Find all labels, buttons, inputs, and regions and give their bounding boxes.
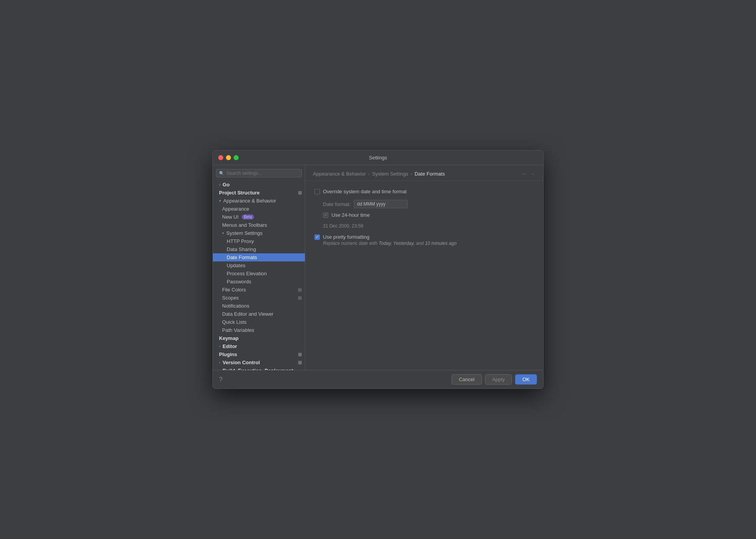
use-24h-row: Use 24-hour time [323, 212, 534, 218]
breadcrumb-sep-2: › [411, 171, 412, 177]
use-24h-checkbox[interactable] [323, 213, 328, 218]
sidebar-item-scopes[interactable]: Scopes ⊞ [213, 294, 305, 302]
gear-icon: ⊞ [298, 295, 302, 301]
sidebar-item-menus-toolbars[interactable]: Menus and Toolbars [213, 221, 305, 229]
main-content: 🔍 › Go Project Structure ⊞ ▾ Appearance … [213, 165, 543, 370]
gear-icon: ⊞ [298, 190, 302, 196]
help-button[interactable]: ? [219, 376, 222, 383]
nav-arrows: ← → [522, 171, 535, 177]
maximize-button[interactable] [234, 155, 239, 160]
sidebar-item-data-editor[interactable]: Data Editor and Viewer [213, 310, 305, 318]
date-format-input[interactable] [354, 200, 408, 208]
pretty-formatting-checkbox[interactable] [314, 234, 320, 240]
beta-badge: Beta [242, 214, 254, 219]
search-input[interactable] [226, 171, 299, 176]
breadcrumb-part-2: System Settings [372, 171, 408, 177]
cancel-button[interactable]: Cancel [452, 374, 482, 385]
content-body: Override system date and time format Dat… [305, 181, 543, 370]
chevron-right-icon: › [219, 344, 220, 348]
settings-dialog: Settings 🔍 › Go Project Structure ⊞ ▾ Ap… [212, 150, 544, 389]
content-header: Appearance & Behavior › System Settings … [305, 165, 543, 181]
window-title: Settings [369, 155, 387, 161]
sidebar-item-notifications[interactable]: Notifications [213, 302, 305, 310]
breadcrumb-part-3: Date Formats [415, 171, 445, 177]
sidebar-item-go[interactable]: › Go [213, 181, 305, 189]
search-icon: 🔍 [219, 171, 224, 176]
sidebar-item-passwords[interactable]: Passwords [213, 278, 305, 286]
sidebar-item-updates[interactable]: Updates [213, 261, 305, 270]
forward-arrow[interactable]: → [530, 171, 535, 177]
sidebar-item-version-control[interactable]: › Version Control ⊞ [213, 358, 305, 367]
sidebar-item-date-formats[interactable]: Date Formats [213, 253, 305, 261]
date-format-row: Date format: [323, 200, 534, 208]
sidebar-item-path-variables[interactable]: Path Variables [213, 326, 305, 334]
gear-icon: ⊞ [298, 352, 302, 357]
chevron-right-icon: › [219, 182, 220, 187]
gear-icon: ⊞ [298, 287, 302, 293]
sidebar-item-quick-lists[interactable]: Quick Lists [213, 318, 305, 326]
apply-button[interactable]: Apply [485, 374, 512, 385]
sidebar-item-process-elevation[interactable]: Process Elevation [213, 270, 305, 278]
sidebar-item-new-ui[interactable]: New UI Beta [213, 213, 305, 221]
date-format-label: Date format: [323, 201, 351, 207]
sidebar-item-data-sharing[interactable]: Data Sharing [213, 245, 305, 253]
sidebar: 🔍 › Go Project Structure ⊞ ▾ Appearance … [213, 165, 305, 370]
sidebar-item-keymap[interactable]: Keymap [213, 334, 305, 342]
sidebar-item-build-execution[interactable]: › Build, Execution, Deployment [213, 367, 305, 370]
breadcrumb: Appearance & Behavior › System Settings … [313, 171, 445, 177]
sidebar-item-appearance[interactable]: Appearance [213, 205, 305, 213]
sidebar-item-file-colors[interactable]: File Colors ⊞ [213, 286, 305, 294]
pretty-formatting-label: Use pretty formatting [323, 234, 370, 240]
footer: ? Cancel Apply OK [213, 370, 543, 388]
close-button[interactable] [218, 155, 223, 160]
pretty-formatting-description: Replace numeric date with Today, Yesterd… [323, 241, 457, 246]
gear-icon: ⊞ [298, 360, 302, 365]
date-preview: 31 Dec 2000, 23:59 [323, 223, 534, 229]
override-checkbox[interactable] [314, 189, 320, 194]
breadcrumb-sep-1: › [368, 171, 370, 177]
minimize-button[interactable] [226, 155, 231, 160]
content-panel: Appearance & Behavior › System Settings … [305, 165, 543, 370]
sidebar-item-editor[interactable]: › Editor [213, 342, 305, 350]
sidebar-item-project-structure[interactable]: Project Structure ⊞ [213, 189, 305, 197]
back-arrow[interactable]: ← [522, 171, 527, 177]
traffic-lights [218, 155, 239, 160]
pretty-formatting-row: Use pretty formatting Replace numeric da… [314, 234, 534, 246]
use-24h-label: Use 24-hour time [331, 212, 370, 218]
ok-button[interactable]: OK [515, 374, 537, 385]
breadcrumb-part-1: Appearance & Behavior [313, 171, 366, 177]
search-box[interactable]: 🔍 [216, 169, 302, 177]
chevron-right-icon: › [219, 360, 220, 365]
override-label: Override system date and time format [323, 189, 406, 194]
chevron-down-icon: ▾ [222, 231, 224, 235]
title-bar: Settings [213, 151, 543, 165]
sidebar-item-appearance-behavior[interactable]: ▾ Appearance & Behavior [213, 197, 305, 205]
sidebar-item-http-proxy[interactable]: HTTP Proxy [213, 237, 305, 245]
chevron-down-icon: ▾ [219, 199, 221, 203]
sidebar-item-system-settings[interactable]: ▾ System Settings [213, 229, 305, 237]
override-date-row: Override system date and time format [314, 189, 534, 194]
sidebar-item-plugins[interactable]: Plugins ⊞ [213, 350, 305, 358]
